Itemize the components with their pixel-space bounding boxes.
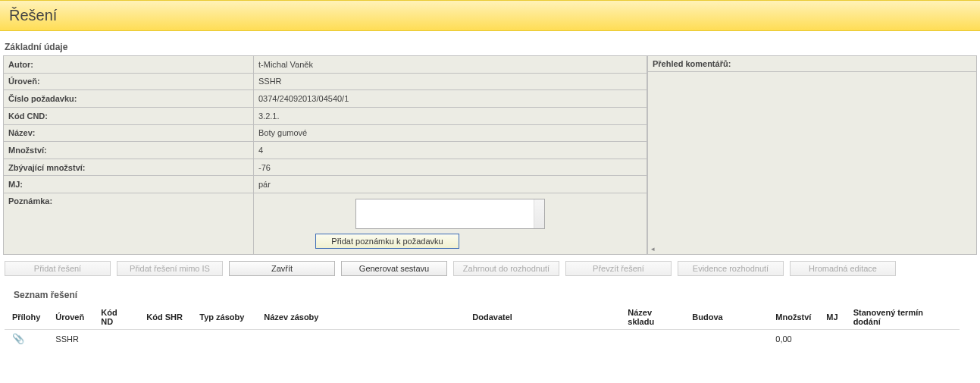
- detail-table: Autor: t-Michal Vaněk Úroveň: SSHR Číslo…: [3, 55, 647, 255]
- value-uroven: SSHR: [254, 73, 647, 90]
- row-termin: [846, 330, 960, 348]
- row-mnoz: 0,00: [768, 330, 819, 348]
- value-kod: 3.2.1.: [254, 107, 647, 124]
- col-typ[interactable]: Typ zásoby: [192, 305, 256, 330]
- label-mnoz: Množství:: [4, 142, 254, 159]
- zavrit-button[interactable]: Zavřít: [229, 261, 335, 276]
- comments-pane: Přehled komentářů: ◂: [647, 55, 977, 255]
- label-nazev: Název:: [4, 124, 254, 142]
- col-prilohy[interactable]: Přílohy: [5, 305, 48, 330]
- value-autor: t-Michal Vaněk: [254, 56, 647, 74]
- pridat-reseni-button[interactable]: Přidat řešení: [5, 261, 111, 276]
- col-sklad[interactable]: Název skladu: [620, 305, 684, 330]
- zahrnout-button[interactable]: Zahrnout do rozhodnutí: [453, 261, 559, 276]
- row-budova: [684, 330, 768, 348]
- label-mj: MJ:: [4, 176, 254, 193]
- col-nazevz[interactable]: Název zásoby: [256, 305, 465, 330]
- row-kodnd: [93, 330, 139, 348]
- row-nazevz: [256, 330, 465, 348]
- table-row[interactable]: 📎 SSHR 0,00: [5, 330, 960, 348]
- hromadna-button[interactable]: Hromadná editace: [790, 261, 896, 276]
- add-note-button[interactable]: Přidat poznámku k požadavku: [315, 234, 459, 249]
- comments-body: ◂: [648, 72, 976, 254]
- col-kodshr[interactable]: Kód SHR: [139, 305, 192, 330]
- grid-header-row: Přílohy Úroveň Kód ND Kód SHR Typ zásoby…: [5, 305, 960, 330]
- col-kodnd[interactable]: Kód ND: [93, 305, 139, 330]
- comments-title: Přehled komentářů:: [648, 56, 976, 72]
- label-cislo: Číslo požadavku:: [4, 90, 254, 108]
- col-dodavatel[interactable]: Dodavatel: [465, 305, 620, 330]
- page-title: Řešení: [9, 7, 971, 24]
- col-budova[interactable]: Budova: [684, 305, 768, 330]
- col-uroven[interactable]: Úroveň: [48, 305, 93, 330]
- col-mnoz[interactable]: Množství: [768, 305, 819, 330]
- scroll-up-icon[interactable]: ▲: [537, 201, 542, 206]
- col-termin[interactable]: Stanovený termín dodání: [846, 305, 960, 330]
- value-mnoz: 4: [254, 142, 647, 159]
- row-dodavatel: [465, 330, 620, 348]
- label-zbyv: Zbývající množství:: [4, 159, 254, 176]
- scroll-down-icon[interactable]: ▼: [537, 221, 542, 227]
- pridat-reseni-mimo-button[interactable]: Přidat řešení mimo IS: [117, 261, 223, 276]
- note-cell: ▲ ▼ Přidat poznámku k požadavku: [254, 193, 647, 255]
- section-title-list: Seznam řešení: [14, 290, 980, 300]
- row-sklad: [620, 330, 684, 348]
- value-nazev: Boty gumové: [254, 124, 647, 142]
- generovat-button[interactable]: Generovat sestavu: [341, 261, 447, 276]
- label-uroven: Úroveň:: [4, 73, 254, 90]
- paperclip-icon[interactable]: 📎: [12, 333, 24, 344]
- value-mj: pár: [254, 176, 647, 193]
- prevzit-button[interactable]: Převzít řešení: [565, 261, 672, 276]
- row-kodshr: [139, 330, 192, 348]
- label-autor: Autor:: [4, 56, 254, 74]
- col-mj[interactable]: MJ: [819, 305, 845, 330]
- label-kod: Kód CND:: [4, 107, 254, 124]
- evidence-button[interactable]: Evidence rozhodnutí: [678, 261, 784, 276]
- section-title-basic: Základní údaje: [5, 42, 980, 52]
- value-cislo: 0374/24092013/04540/1: [254, 90, 647, 108]
- solutions-grid: Přílohy Úroveň Kód ND Kód SHR Typ zásoby…: [5, 305, 960, 347]
- row-typ: [192, 330, 256, 348]
- label-pozn: Poznámka:: [4, 193, 254, 255]
- note-textarea[interactable]: ▲ ▼: [355, 199, 545, 229]
- scroll-left-icon[interactable]: ◂: [651, 245, 655, 253]
- row-mj: [819, 330, 845, 348]
- row-uroven: SSHR: [48, 330, 93, 348]
- page-header: Řešení: [0, 0, 980, 31]
- action-button-row: Přidat řešení Přidat řešení mimo IS Zavř…: [0, 255, 980, 281]
- value-zbyv: -76: [254, 159, 647, 176]
